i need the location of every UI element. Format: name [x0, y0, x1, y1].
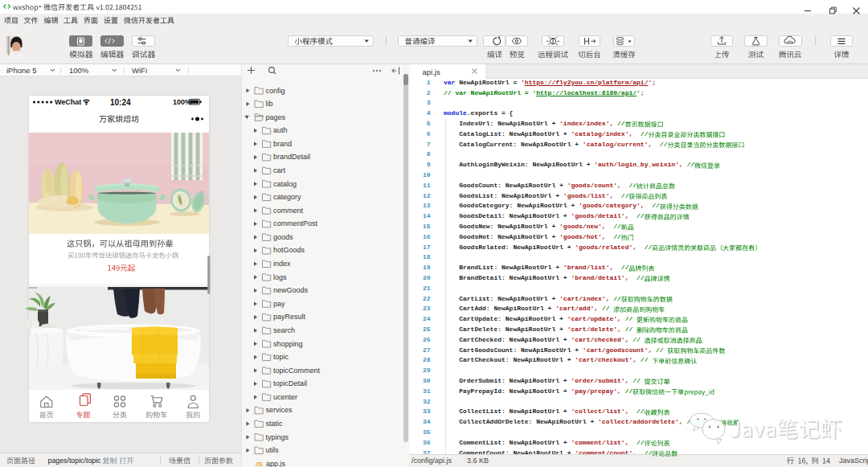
svg-text:JS: JS	[255, 461, 263, 467]
